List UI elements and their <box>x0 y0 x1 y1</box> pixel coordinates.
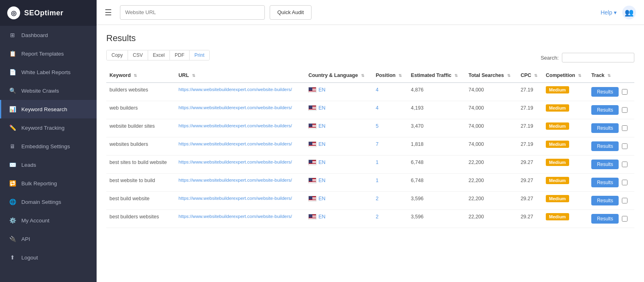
cell-competition: Medium <box>543 119 588 137</box>
cell-competition: Medium <box>543 83 588 101</box>
cell-country-language: EN <box>305 101 372 119</box>
track-results-button[interactable]: Results <box>591 141 619 151</box>
track-checkbox[interactable] <box>622 216 627 222</box>
table-row: web buildershttps://www.websitebuilderex… <box>106 101 634 119</box>
track-results-button[interactable]: Results <box>591 105 619 115</box>
cell-cpc: 29.27 <box>517 174 543 192</box>
cell-estimated-traffic: 3,596 <box>408 192 465 210</box>
sidebar-logo: ◎ SEOptimer <box>0 0 97 26</box>
cell-track: Results <box>588 174 634 191</box>
white-label-reports-icon: 📄 <box>8 68 17 76</box>
ctrl-btn-excel[interactable]: Excel <box>148 50 170 60</box>
flag-en: EN <box>308 87 325 93</box>
cell-estimated-traffic: 6,748 <box>408 174 465 192</box>
cell-total-searches: 22,200 <box>465 156 517 174</box>
cell-url[interactable]: https://www.websitebuilderexpert.com/web… <box>175 83 305 101</box>
sidebar-item-bulk-reporting[interactable]: 🔁 Bulk Reporting <box>0 174 97 193</box>
track-results-button[interactable]: Results <box>591 123 619 133</box>
sidebar-item-keyword-research[interactable]: 📊 Keyword Research <box>0 100 97 118</box>
col-header-cpc[interactable]: CPC ⇅ <box>517 68 543 83</box>
competition-badge: Medium <box>546 122 569 130</box>
hamburger-menu-icon[interactable]: ☰ <box>105 8 112 17</box>
cell-url[interactable]: https://www.websitebuilderexpert.com/web… <box>175 192 305 210</box>
cell-cpc: 27.19 <box>517 119 543 137</box>
api-icon: 🔌 <box>8 235 17 243</box>
flag-en: EN <box>308 214 325 220</box>
sidebar-item-domain-settings[interactable]: 🌐 Domain Settings <box>0 193 97 211</box>
cell-estimated-traffic: 4,193 <box>408 101 465 119</box>
sidebar-item-website-crawls[interactable]: 🔍 Website Crawls <box>0 81 97 100</box>
col-header-keyword[interactable]: Keyword ⇅ <box>106 68 175 83</box>
lang-label: EN <box>318 123 325 129</box>
sidebar-item-my-account[interactable]: ⚙️ My Account <box>0 211 97 230</box>
competition-badge: Medium <box>546 195 569 202</box>
track-checkbox[interactable] <box>622 162 627 167</box>
sidebar-item-api[interactable]: 🔌 API <box>0 230 97 248</box>
sidebar-item-keyword-tracking[interactable]: ✏️ Keyword Tracking <box>0 118 97 137</box>
embedding-settings-icon: 🖥 <box>8 142 17 150</box>
col-header-estimated_traffic[interactable]: Estimated Traffic ⇅ <box>408 68 465 83</box>
quick-audit-button[interactable]: Quick Audit <box>270 5 312 20</box>
sidebar-item-white-label-reports[interactable]: 📄 White Label Reports <box>0 63 97 81</box>
flag-icon <box>308 123 316 129</box>
ctrl-btn-csv[interactable]: CSV <box>128 50 148 60</box>
col-header-track[interactable]: Track ⇅ <box>588 68 634 83</box>
cell-country-language: EN <box>305 210 372 228</box>
cell-country-language: EN <box>305 192 372 210</box>
track-results-button[interactable]: Results <box>591 160 619 169</box>
cell-url[interactable]: https://www.websitebuilderexpert.com/web… <box>175 101 305 119</box>
sidebar-item-dashboard[interactable]: ⊞ Dashboard <box>0 26 97 44</box>
topbar: ☰ Quick Audit Help ▾ 👥 <box>97 0 644 25</box>
cell-cpc: 29.27 <box>517 156 543 174</box>
search-input[interactable] <box>562 53 634 62</box>
flag-en: EN <box>308 105 325 111</box>
ctrl-btn-pdf[interactable]: PDF <box>170 50 190 60</box>
cell-position: 2 <box>372 210 407 228</box>
track-checkbox[interactable] <box>622 180 627 185</box>
ctrl-btn-copy[interactable]: Copy <box>107 50 128 60</box>
competition-badge: Medium <box>546 159 569 166</box>
cell-competition: Medium <box>543 101 588 119</box>
cell-keyword: best website to build <box>106 174 175 192</box>
track-checkbox[interactable] <box>622 89 627 95</box>
cell-url[interactable]: https://www.websitebuilderexpert.com/web… <box>175 210 305 228</box>
track-checkbox[interactable] <box>622 143 627 149</box>
cell-url[interactable]: https://www.websitebuilderexpert.com/web… <box>175 156 305 174</box>
track-results-button[interactable]: Results <box>591 196 619 205</box>
col-header-url[interactable]: URL ⇅ <box>175 68 305 83</box>
sidebar-label-api: API <box>21 236 30 242</box>
sidebar-label-embedding-settings: Embedding Settings <box>21 143 70 149</box>
track-results-button[interactable]: Results <box>591 178 619 187</box>
sidebar-item-leads[interactable]: ✉️ Leads <box>0 156 97 174</box>
sort-icon-url: ⇅ <box>192 73 195 78</box>
table-head: Keyword ⇅URL ⇅Country & Language ⇅Positi… <box>106 68 634 83</box>
table-header-row: CopyCSVExcelPDFPrint Search: <box>106 50 634 65</box>
cell-url[interactable]: https://www.websitebuilderexpert.com/web… <box>175 137 305 156</box>
col-header-competition[interactable]: Competition ⇅ <box>543 68 588 83</box>
col-header-position[interactable]: Position ⇅ <box>372 68 407 83</box>
ctrl-btn-print[interactable]: Print <box>190 50 209 60</box>
competition-badge: Medium <box>546 86 569 93</box>
user-avatar-icon[interactable]: 👥 <box>622 6 636 19</box>
url-input[interactable] <box>120 5 265 20</box>
sidebar-item-logout[interactable]: ⬆ Logout <box>0 248 97 267</box>
flag-icon <box>308 160 316 165</box>
cell-url[interactable]: https://www.websitebuilderexpert.com/web… <box>175 119 305 137</box>
track-checkbox[interactable] <box>622 107 627 113</box>
cell-cpc: 27.19 <box>517 137 543 156</box>
cell-url[interactable]: https://www.websitebuilderexpert.com/web… <box>175 174 305 192</box>
topbar-right: Help ▾ 👥 <box>601 6 636 19</box>
flag-icon <box>308 196 316 201</box>
track-checkbox[interactable] <box>622 198 627 203</box>
track-results-button[interactable]: Results <box>591 214 619 224</box>
sidebar-item-embedding-settings[interactable]: 🖥 Embedding Settings <box>0 137 97 156</box>
col-header-country_language[interactable]: Country & Language ⇅ <box>305 68 372 83</box>
sidebar-item-report-templates[interactable]: 📋 Report Templates <box>0 44 97 63</box>
track-results-button[interactable]: Results <box>591 87 619 97</box>
sort-icon-country_language: ⇅ <box>361 73 364 78</box>
cell-country-language: EN <box>305 174 372 192</box>
help-button[interactable]: Help ▾ <box>601 9 617 16</box>
col-header-total_searches[interactable]: Total Searches ⇅ <box>465 68 517 83</box>
track-checkbox[interactable] <box>622 125 627 131</box>
sort-icon-total_searches: ⇅ <box>507 73 510 78</box>
